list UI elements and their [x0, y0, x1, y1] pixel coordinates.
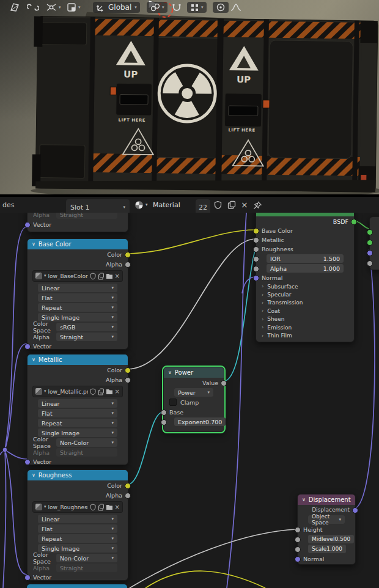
alpha-field[interactable]: Alpha1.000 [267, 264, 344, 273]
node-header[interactable]: ∨Roughness [28, 470, 128, 480]
extension-dropdown[interactable]: Repeat▾ [38, 303, 117, 312]
copy-icon[interactable] [98, 273, 104, 280]
material-name-field[interactable]: Material [153, 197, 180, 213]
socket-color-out[interactable] [125, 483, 131, 489]
node-header[interactable]: ∨Metallic [28, 355, 128, 365]
image-plane-icon[interactable] [9, 2, 20, 13]
socket-color-out[interactable] [125, 367, 131, 373]
socket-metallic-in[interactable] [253, 237, 259, 243]
node-header[interactable]: ∨Base Color [28, 239, 128, 249]
scale-field[interactable]: Scale1.000 [308, 545, 346, 553]
unlink-image-icon[interactable]: × [115, 389, 120, 395]
node-header[interactable]: ∨Displacement [298, 494, 355, 505]
projection-dropdown[interactable]: Flat▾ [38, 293, 117, 302]
folder-icon[interactable] [106, 273, 113, 279]
socket-vector-in[interactable] [24, 575, 31, 581]
panel-specular[interactable]: ›Specular [256, 290, 354, 298]
midlevel-field[interactable]: Midlevel0.500 [308, 535, 354, 543]
operation-dropdown[interactable]: Power▾ [174, 388, 213, 397]
interpolation-dropdown[interactable]: Linear▾ [38, 284, 117, 292]
socket-base-color-in[interactable] [253, 228, 259, 234]
pin-icon[interactable] [253, 197, 262, 213]
fake-user-shield-icon[interactable] [214, 197, 222, 213]
image-datablock-selector[interactable]: ▾ low_BaseColor.png × [32, 270, 123, 282]
socket-base-in[interactable] [161, 410, 167, 416]
unlink-image-icon[interactable]: × [115, 504, 120, 510]
unlink-material-icon[interactable]: × [241, 197, 248, 213]
folder-icon[interactable] [106, 388, 113, 395]
projection-dropdown[interactable]: Flat▾ [38, 409, 117, 417]
panel-sheen[interactable]: ›Sheen [256, 315, 354, 323]
panel-emission[interactable]: ›Emission [256, 323, 354, 331]
node-roughness-texture[interactable]: ∨Roughness Color Alpha ▾ low_Roughness.p… [27, 469, 128, 581]
panel-subsurface[interactable]: ›Subsurface [256, 282, 354, 290]
unlink-image-icon[interactable]: × [115, 273, 120, 279]
socket-normal-in[interactable] [253, 275, 259, 281]
copy-icon[interactable] [98, 504, 104, 511]
extension-dropdown[interactable]: Repeat▾ [38, 534, 117, 543]
falloff-curve-icon[interactable] [230, 2, 242, 13]
socket-height-in[interactable] [295, 527, 301, 533]
color-space-dropdown[interactable]: sRGB▾ [56, 323, 117, 331]
socket-displacement-out[interactable] [352, 507, 358, 513]
alpha-mode-dropdown[interactable]: Straight▾ [56, 333, 117, 341]
node-displacement[interactable]: ∨Displacement Displacement Object Space▾… [297, 494, 356, 565]
node-normal-texture-partial[interactable] [27, 584, 127, 588]
copy-icon[interactable] [98, 388, 104, 395]
interpolation-dropdown[interactable]: Linear▾ [38, 515, 117, 523]
fake-user-shield-icon[interactable] [90, 388, 96, 395]
node-header[interactable]: ∨Power [164, 367, 224, 378]
panel-thin-film[interactable]: ›Thin Film [256, 331, 354, 339]
fake-user-shield-icon[interactable] [90, 273, 96, 280]
socket-ior-in[interactable] [253, 256, 259, 262]
socket-midlevel-in[interactable] [295, 537, 301, 543]
socket-scale-in[interactable] [295, 546, 301, 553]
socket-alpha-out[interactable] [125, 493, 131, 499]
extension-dropdown[interactable]: Repeat▾ [38, 419, 117, 427]
image-datablock-selector[interactable]: ▾ low_Metallic.png × [32, 386, 123, 397]
image-datablock-selector[interactable]: ▾ low_Roughness.png × [32, 501, 123, 513]
node-image-partial-top[interactable]: Alpha Straight Vector [27, 213, 128, 232]
proportional-circle-icon[interactable] [213, 2, 229, 13]
socket-alpha-out[interactable] [125, 262, 131, 268]
fake-user-shield-icon[interactable] [90, 504, 96, 511]
panel-transmission[interactable]: ›Transmission [256, 299, 354, 307]
orientation-dropdown[interactable]: Global ▾ [93, 2, 140, 13]
node-metallic-texture[interactable]: ∨Metallic Color Alpha ▾ low_Metallic.png… [27, 354, 128, 465]
socket-normal-in[interactable] [295, 556, 301, 562]
folder-icon[interactable] [106, 504, 113, 510]
socket-displacement-in[interactable] [367, 250, 373, 256]
node-material-output-partial[interactable] [369, 216, 379, 270]
socket-thickness-in[interactable] [367, 260, 373, 266]
space-dropdown[interactable]: Object Space▾ [308, 515, 345, 524]
node-principled-bsdf[interactable]: BSDF Base Color Metallic Roughness IOR1.… [256, 213, 355, 342]
socket-color-out[interactable] [125, 252, 131, 258]
socket-vector-in[interactable] [24, 222, 31, 228]
browse-material-button[interactable]: ▾ [134, 197, 148, 213]
color-space-dropdown[interactable]: Non-Color▾ [56, 438, 117, 447]
snap-element-icon[interactable]: ▾ [66, 2, 81, 13]
node-power-math[interactable]: ∨Power Value Power▾ Clamp Base Exponent0… [163, 367, 224, 432]
crate-model[interactable]: UP UP [32, 11, 378, 193]
socket-vector-in[interactable] [24, 344, 31, 350]
proportional-editing-icon[interactable]: ▾ [187, 2, 207, 13]
projection-dropdown[interactable]: Flat▾ [38, 524, 117, 533]
socket-volume-in[interactable] [367, 240, 373, 246]
socket-bsdf-out[interactable] [351, 219, 357, 225]
clamp-checkbox[interactable] [169, 399, 177, 406]
socket-exponent-in[interactable] [161, 419, 167, 425]
ior-field[interactable]: IOR1.500 [267, 254, 344, 263]
socket-vector-in[interactable] [24, 459, 31, 465]
magnet-icon[interactable] [171, 2, 182, 13]
reroute-node[interactable] [2, 447, 7, 452]
interpolation-dropdown[interactable]: Linear▾ [38, 399, 117, 408]
exponent-field[interactable]: Exponent0.700 [174, 417, 226, 426]
3d-viewport[interactable]: UP UP [0, 0, 379, 194]
socket-alpha-out[interactable] [125, 377, 131, 383]
color-space-dropdown[interactable]: Non-Color▾ [56, 554, 117, 562]
shader-node-editor[interactable]: Alpha Straight Vector ∨Base Color Color … [0, 213, 379, 588]
unlink-chain-icon[interactable] [27, 2, 39, 13]
pivot-point-icon[interactable]: ▾ [45, 2, 61, 13]
panel-coat[interactable]: ›Coat [256, 307, 354, 315]
socket-alpha-in[interactable] [253, 266, 259, 272]
